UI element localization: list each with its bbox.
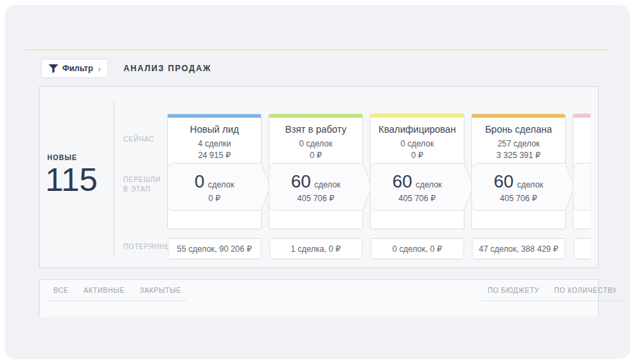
stage-color-bar — [371, 114, 464, 118]
funnel-panel: НОВЫЕ 115 СЕЙЧАС ПЕРЕШЛИ В ЭТАП ПОТЕРЯНН… — [39, 86, 599, 268]
moved-sum: 405 706 ₽ — [399, 194, 436, 203]
filter-button[interactable]: Фильтр › — [41, 59, 108, 78]
stage-now-count: 0 сделок — [269, 139, 362, 148]
stage-column: Квалифицирован 0 сделок 0 ₽ 60 сделок 40… — [370, 114, 473, 259]
lost-box[interactable]: 47 сделок, 388 429 ₽ — [471, 238, 566, 259]
moved-arrow[interactable]: 60 сделок 405 706 ₽ — [370, 163, 473, 211]
stages-viewport[interactable]: Новый лид 4 сделки 24 915 ₽ 0 сделок 0 ₽ — [167, 87, 590, 268]
lost-stats: 1 сделка, 0 ₽ — [269, 238, 363, 259]
filter-button-label: Фильтр — [62, 64, 93, 73]
stage-now-sum: 3 325 391 ₽ — [472, 151, 565, 160]
summary-label: НОВЫЕ — [47, 154, 77, 161]
vertical-divider — [114, 101, 114, 257]
stage-column: Взят в работу 0 сделок 0 ₽ 60 сделок 405… — [269, 114, 372, 259]
lost-stats: 47 сделок, 388 429 ₽ — [471, 238, 566, 259]
moved-value: 60 — [494, 171, 514, 192]
stage-name: Новый лид — [168, 124, 261, 135]
chevron-right-icon: › — [98, 64, 101, 74]
moved-stats: 60 сделок 405 706 ₽ — [269, 163, 363, 211]
top-accent-divider — [25, 49, 610, 51]
row-label-moved-line2: В ЭТАП — [123, 185, 151, 193]
moved-value: 60 — [393, 171, 412, 192]
stage-now-sum: 0 ₽ — [269, 151, 362, 160]
moved-arrow[interactable]: 60 сделок 405 706 ₽ — [471, 163, 575, 211]
stage-name: Бронь сделана — [472, 124, 565, 135]
moved-sum: 405 706 ₽ — [297, 194, 334, 203]
moved-unit: сделок — [208, 180, 234, 190]
stage-color-bar — [573, 114, 590, 118]
moved-stats: 60 сделок 405 706 ₽ — [471, 163, 566, 211]
tab-by-budget[interactable]: ПО БЮДЖЕТУ — [488, 287, 539, 294]
row-label-now: СЕЙЧАС — [123, 135, 154, 143]
moved-unit: сделок — [314, 180, 340, 190]
stage-color-bar — [269, 114, 362, 118]
moved-arrow[interactable]: 0 сделок 0 ₽ — [167, 163, 271, 211]
stage-column: Бронь сделана 257 сделок 3 325 391 ₽ 60 … — [471, 114, 575, 259]
list-filter-tabs: ВСЕ АКТИВНЫЕ ЗАКРЫТЫЕ — [47, 287, 188, 301]
moved-value: 60 — [291, 171, 311, 192]
moved-value: 0 — [195, 171, 204, 192]
moved-stats — [573, 163, 590, 211]
lost-box[interactable]: 0 сделок, 0 ₽ — [370, 238, 464, 259]
moved-unit: сделок — [517, 180, 543, 190]
stage-now-count: 257 сделок — [472, 139, 565, 148]
moved-unit: сделок — [416, 180, 442, 190]
moved-sum: 0 ₽ — [208, 194, 221, 203]
stage-name: Взят в работу — [269, 124, 362, 135]
summary-value: 115 — [45, 162, 98, 198]
moved-arrow[interactable] — [573, 163, 590, 211]
moved-stats: 60 сделок 405 706 ₽ — [370, 163, 464, 211]
moved-stats: 0 сделок 0 ₽ — [167, 163, 262, 211]
view-mode-tabs: ПО БЮДЖЕТУ ПО КОЛИЧЕСТВУ — [482, 287, 623, 301]
tab-by-quantity[interactable]: ПО КОЛИЧЕСТВУ — [554, 287, 617, 294]
lost-box[interactable]: 1 сделка, 0 ₽ — [269, 238, 363, 259]
tab-closed[interactable]: ЗАКРЫТЫЕ — [140, 287, 182, 294]
stage-now-sum: 24 915 ₽ — [168, 151, 261, 160]
stage-now-sum: 0 ₽ — [371, 151, 464, 160]
lost-stats — [573, 238, 590, 259]
stage-color-bar — [472, 114, 565, 118]
page-title: АНАЛИЗ ПРОДАЖ — [123, 64, 212, 73]
stage-now-count: 0 сделок — [371, 139, 464, 148]
row-label-moved-line1: ПЕРЕШЛИ — [123, 176, 160, 183]
stage-color-bar — [168, 114, 261, 118]
funnel-icon — [49, 64, 58, 73]
page-card: Фильтр › АНАЛИЗ ПРОДАЖ НОВЫЕ 115 СЕЙЧАС … — [5, 5, 630, 359]
stage-now-count: 4 сделки — [168, 139, 261, 148]
stage-name: Квалифицирован — [371, 124, 464, 135]
toolbar: Фильтр › АНАЛИЗ ПРОДАЖ — [41, 60, 212, 77]
lost-box[interactable] — [573, 238, 590, 259]
deals-list-panel: ВСЕ АКТИВНЫЕ ЗАКРЫТЫЕ ПО БЮДЖЕТУ ПО КОЛИ… — [39, 279, 599, 317]
lost-stats: 0 сделок, 0 ₽ — [370, 238, 464, 259]
lost-stats: 55 сделок, 90 206 ₽ — [167, 238, 262, 259]
stage-column — [573, 114, 590, 259]
tab-active[interactable]: АКТИВНЫЕ — [84, 287, 125, 294]
moved-arrow[interactable]: 60 сделок 405 706 ₽ — [269, 163, 372, 211]
stage-column: Новый лид 4 сделки 24 915 ₽ 0 сделок 0 ₽ — [167, 114, 271, 259]
moved-sum: 405 706 ₽ — [500, 194, 537, 203]
lost-box[interactable]: 55 сделок, 90 206 ₽ — [167, 238, 262, 259]
tab-all[interactable]: ВСЕ — [53, 287, 69, 294]
